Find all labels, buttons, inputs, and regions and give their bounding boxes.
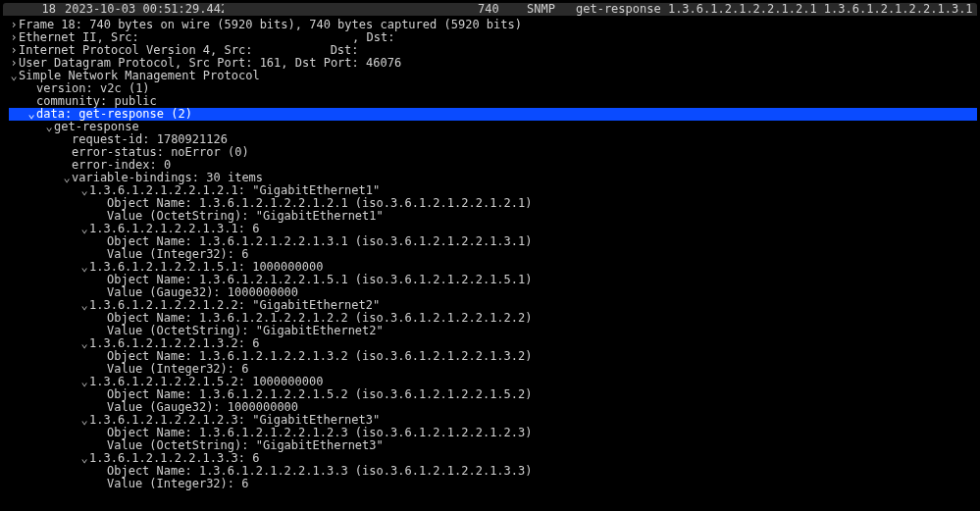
varbind-value[interactable]: Value (Integer32): 6 <box>9 478 977 490</box>
redacted-ip-src <box>260 45 331 57</box>
col-time: 2023-10-03 00:51:29.442155 <box>62 3 224 16</box>
chevron-down-icon: ⌄ <box>9 70 19 82</box>
packet-details-tree[interactable]: ›Frame 18: 740 bytes on wire (5920 bits)… <box>3 17 977 490</box>
chevron-down-icon: ⌄ <box>79 414 89 427</box>
chevron-down-icon: ⌄ <box>79 452 89 465</box>
redacted-mac-dst <box>402 32 608 44</box>
tree-data[interactable]: ⌄data: get-response (2) <box>9 108 977 121</box>
col-length: 740 <box>475 3 524 16</box>
chevron-down-icon: ⌄ <box>79 184 89 197</box>
chevron-down-icon: ⌄ <box>79 299 89 312</box>
col-no: 18 <box>3 3 62 16</box>
chevron-down-icon: ⌄ <box>62 172 72 184</box>
col-info: get-response 1.3.6.1.2.1.2.2.1.2.1 1.3.6… <box>573 3 977 16</box>
chevron-down-icon: ⌄ <box>79 223 89 235</box>
chevron-down-icon: ⌄ <box>79 337 89 350</box>
object-value: Value (Integer32): 6 <box>107 478 249 490</box>
tree-frame[interactable]: ›Frame 18: 740 bytes on wire (5920 bits)… <box>9 19 977 31</box>
chevron-down-icon: ⌄ <box>26 108 36 121</box>
chevron-down-icon: ⌄ <box>79 261 89 274</box>
redacted-mac-src <box>146 32 352 44</box>
col-proto: SNMP <box>524 3 573 16</box>
chevron-down-icon: ⌄ <box>79 376 89 388</box>
chevron-none <box>97 478 107 490</box>
chevron-down-icon: ⌄ <box>44 121 54 133</box>
packet-list-row[interactable]: 18 2023-10-03 00:51:29.442155 740 SNMP g… <box>3 3 977 17</box>
tree-snmp[interactable]: ⌄Simple Network Management Protocol <box>9 70 977 82</box>
redacted-ip-dst <box>366 45 437 57</box>
